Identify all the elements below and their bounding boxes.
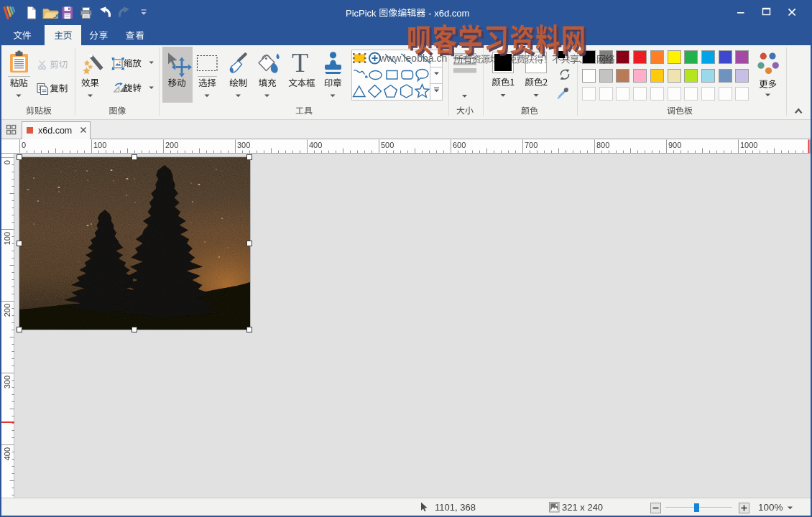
svg-text:T: T bbox=[292, 47, 308, 78]
svg-text:www.leobba.cn: www.leobba.cn bbox=[379, 52, 447, 64]
svg-text:100: 100 bbox=[3, 232, 11, 245]
svg-text:PicPick: PicPick bbox=[346, 8, 377, 19]
svg-text:200: 200 bbox=[165, 141, 178, 149]
svg-text:300: 300 bbox=[237, 141, 250, 149]
svg-text:500: 500 bbox=[381, 141, 394, 149]
svg-text:900: 900 bbox=[668, 141, 681, 149]
svg-text:700: 700 bbox=[525, 141, 538, 149]
svg-text:600: 600 bbox=[453, 141, 466, 149]
svg-text:0: 0 bbox=[3, 160, 11, 164]
svg-text:0: 0 bbox=[22, 141, 26, 149]
svg-text:400: 400 bbox=[3, 447, 11, 460]
svg-text:400: 400 bbox=[309, 141, 322, 149]
svg-text:- x6d.com: - x6d.com bbox=[428, 8, 469, 19]
svg-text:300: 300 bbox=[3, 376, 11, 388]
svg-text:100: 100 bbox=[93, 141, 106, 149]
svg-text:200: 200 bbox=[3, 304, 11, 317]
svg-text:1000: 1000 bbox=[740, 141, 757, 149]
svg-text:800: 800 bbox=[596, 141, 609, 149]
